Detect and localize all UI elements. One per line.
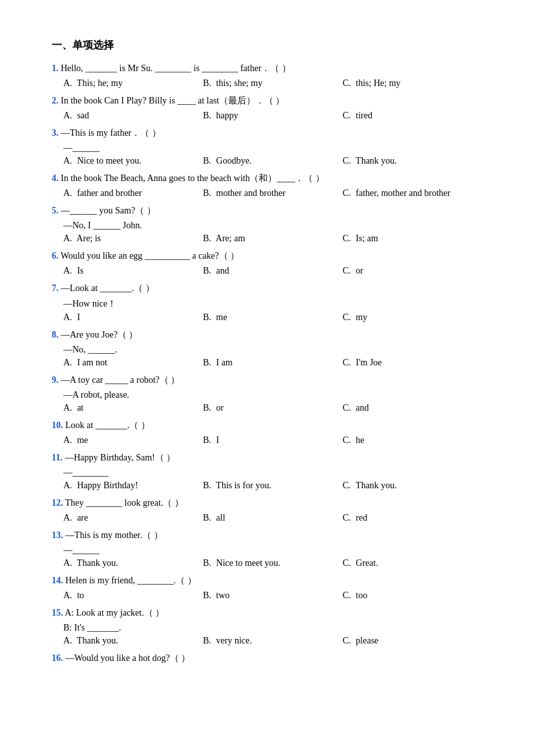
q5-text: —______ you Sam?（ ） xyxy=(61,206,156,215)
q5-num: 5. xyxy=(52,206,59,215)
question-2: 2. In the book Can I Play? Billy is ____… xyxy=(52,95,482,107)
q8-option-a: A. I am not xyxy=(63,358,203,368)
q9-options: A. at B. or C. and xyxy=(63,403,482,413)
q12-options: A. are B. all C. red xyxy=(63,513,482,523)
q15-options: A. Thank you. B. very nice. C. please xyxy=(63,636,482,646)
q13-options: A. Thank you. B. Nice to meet you. C. Gr… xyxy=(63,558,482,568)
question-11: 11. —Happy Birthday, Sam!（ ） xyxy=(52,452,482,464)
question-7: 7. —Look at _______.（ ） xyxy=(52,283,482,294)
question-3: 3. —This is my father．（ ） xyxy=(52,127,482,139)
q12-option-a: A. are xyxy=(63,513,203,523)
q11-num: 11. xyxy=(52,453,63,462)
q3-option-a: A. Nice to meet you. xyxy=(63,156,203,166)
q6-text: Would you like an egg __________ a cake?… xyxy=(61,251,239,261)
question-15: 15. A: Look at my jacket.（ ） xyxy=(52,607,482,619)
q1-num: 1. xyxy=(52,63,59,73)
q15-option-a: A. Thank you. xyxy=(63,636,203,646)
q2-text: In the book Can I Play? Billy is ____ at… xyxy=(61,96,284,105)
q4-option-a: A. father and brother xyxy=(63,188,203,199)
q11-option-a: A. Happy Birthday! xyxy=(63,481,203,491)
q11-subline: —________ xyxy=(63,468,482,478)
q8-option-b: B. I am xyxy=(203,358,343,368)
q6-num: 6. xyxy=(52,251,59,261)
q8-options: A. I am not B. I am C. I'm Joe xyxy=(63,358,482,368)
q5-option-a: A. Are; is xyxy=(63,233,203,244)
q5-option-c: C. Is; am xyxy=(343,233,482,244)
q11-option-b: B. This is for you. xyxy=(203,481,343,491)
q14-option-c: C. too xyxy=(343,590,482,601)
q12-option-c: C. red xyxy=(343,513,482,523)
question-14: 14. Helen is my friend, ________.（ ） xyxy=(52,575,482,587)
q2-num: 2. xyxy=(52,96,59,105)
q1-option-c: C. this; He; my xyxy=(343,78,482,89)
q4-options: A. father and brother B. mother and brot… xyxy=(63,188,482,199)
question-10: 10. Look at _______.（ ） xyxy=(52,420,482,431)
q13-text: —This is my mother.（ ） xyxy=(65,530,163,540)
q15-option-c: C. please xyxy=(343,636,482,646)
q7-num: 7. xyxy=(52,283,59,293)
q6-option-c: C. or xyxy=(343,266,482,276)
q2-options: A. sad B. happy C. tired xyxy=(63,111,482,121)
question-8: 8. —Are you Joe?（ ） xyxy=(52,329,482,341)
q14-num: 14. xyxy=(52,576,63,585)
q7-subline: —How nice！ xyxy=(63,298,482,310)
q11-option-c: C. Thank you. xyxy=(343,481,482,491)
q10-option-a: A. me xyxy=(63,435,203,446)
q1-option-b: B. this; she; my xyxy=(203,78,343,89)
q15-num: 15. xyxy=(52,608,63,618)
q12-option-b: B. all xyxy=(203,513,343,523)
q3-text: —This is my father．（ ） xyxy=(61,128,161,138)
q13-option-a: A. Thank you. xyxy=(63,558,203,568)
q15-subline: B: It's _______. xyxy=(63,623,482,633)
q10-text: Look at _______.（ ） xyxy=(65,420,150,430)
q4-num: 4. xyxy=(52,173,59,183)
q4-option-c: C. father, mother and brother xyxy=(343,188,482,199)
q5-options: A. Are; is B. Are; am C. Is; am xyxy=(63,233,482,244)
q3-num: 3. xyxy=(52,128,59,138)
questions-container: 1. Hello, _______ is Mr Su. ________ is … xyxy=(52,63,482,664)
q8-subline: —No, ______. xyxy=(63,345,482,355)
q8-option-c: C. I'm Joe xyxy=(343,358,482,368)
q3-option-b: B. Goodbye. xyxy=(203,156,343,166)
q2-option-c: C. tired xyxy=(343,111,482,121)
q9-option-c: C. and xyxy=(343,403,482,413)
question-13: 13. —This is my mother.（ ） xyxy=(52,530,482,541)
q9-option-a: A. at xyxy=(63,403,203,413)
question-9: 9. —A toy car _____ a robot?（ ） xyxy=(52,374,482,386)
section-title: 一、单项选择 xyxy=(52,39,482,52)
q2-option-a: A. sad xyxy=(63,111,203,121)
q9-text: —A toy car _____ a robot?（ ） xyxy=(61,375,180,385)
q2-option-b: B. happy xyxy=(203,111,343,121)
q14-options: A. to B. two C. too xyxy=(63,590,482,601)
q1-options: A. This; he; my B. this; she; my C. this… xyxy=(63,78,482,89)
q12-text: They ________ look great.（ ） xyxy=(65,498,184,508)
q14-option-b: B. two xyxy=(203,590,343,601)
q7-option-b: B. me xyxy=(203,312,343,323)
q13-num: 13. xyxy=(52,530,63,540)
q15-option-b: B. very nice. xyxy=(203,636,343,646)
q7-option-c: C. my xyxy=(343,312,482,323)
q10-options: A. me B. I C. he xyxy=(63,435,482,446)
q16-num: 16. xyxy=(52,653,63,663)
question-16: 16. —Would you like a hot dog?（ ） xyxy=(52,653,482,664)
q8-num: 8. xyxy=(52,330,59,340)
q3-options: A. Nice to meet you. B. Goodbye. C. Than… xyxy=(63,156,482,166)
q10-option-c: C. he xyxy=(343,435,482,446)
q7-options: A. I B. me C. my xyxy=(63,312,482,323)
q9-subline: —A robot, please. xyxy=(63,390,482,400)
q1-text: Hello, _______ is Mr Su. ________ is ___… xyxy=(61,63,291,73)
question-12: 12. They ________ look great.（ ） xyxy=(52,497,482,509)
q9-option-b: B. or xyxy=(203,403,343,413)
q14-option-a: A. to xyxy=(63,590,203,601)
q12-num: 12. xyxy=(52,498,63,508)
q7-text: —Look at _______.（ ） xyxy=(61,283,155,293)
q7-option-a: A. I xyxy=(63,312,203,323)
q9-num: 9. xyxy=(52,375,59,385)
question-5: 5. —______ you Sam?（ ） xyxy=(52,205,482,217)
q11-options: A. Happy Birthday! B. This is for you. C… xyxy=(63,481,482,491)
q5-option-b: B. Are; am xyxy=(203,233,343,244)
q10-num: 10. xyxy=(52,420,63,430)
q15-text: A: Look at my jacket.（ ） xyxy=(65,608,164,618)
q1-option-a: A. This; he; my xyxy=(63,78,203,89)
q6-option-b: B. and xyxy=(203,266,343,276)
